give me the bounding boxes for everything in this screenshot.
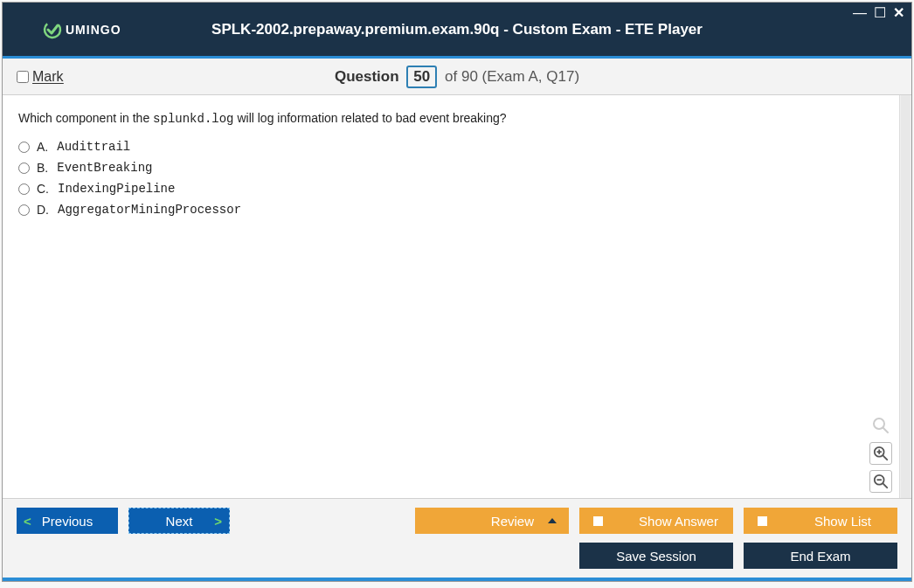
window-controls: — ☐ ✕ <box>853 6 904 20</box>
chevron-left-icon: < <box>24 514 31 529</box>
show-list-button[interactable]: Show List <box>744 508 897 534</box>
option-d-radio[interactable] <box>18 204 30 216</box>
show-list-label: Show List <box>788 514 897 529</box>
scrollbar-thumb[interactable] <box>901 95 911 498</box>
option-d-value: AggregatorMiningProcessor <box>58 203 241 217</box>
stop-icon <box>758 516 767 526</box>
next-button[interactable]: Next > <box>128 508 230 534</box>
of-word: of <box>445 68 457 85</box>
review-label: Review <box>491 514 534 529</box>
option-b-value: EventBreaking <box>57 161 152 175</box>
save-session-button[interactable]: Save Session <box>579 543 733 569</box>
bottom-accent <box>3 578 911 581</box>
triangle-up-icon <box>548 518 557 523</box>
zoom-tools <box>869 414 892 493</box>
mark-label: Mark <box>32 69 64 85</box>
option-c-letter: C. <box>37 182 49 196</box>
option-b[interactable]: B. EventBreaking <box>18 161 883 175</box>
end-exam-label: End Exam <box>790 549 850 564</box>
previous-button[interactable]: < Previous <box>17 508 118 534</box>
logo-text: UMINGO <box>66 23 121 37</box>
exam-ref: (Exam A, Q17) <box>482 68 579 85</box>
svg-line-8 <box>883 484 888 488</box>
app-logo: UMINGO <box>43 20 121 39</box>
option-a-radio[interactable] <box>18 142 30 153</box>
vertical-scrollbar[interactable] <box>899 95 911 498</box>
zoom-out-icon[interactable] <box>869 470 892 493</box>
minimize-icon[interactable]: — <box>853 6 867 20</box>
mark-checkbox-wrap[interactable]: Mark <box>17 69 64 85</box>
stop-icon <box>593 516 603 526</box>
content-area: Which component in the splunkd.log will … <box>3 95 911 498</box>
option-a-value: Audittrail <box>57 140 130 154</box>
svg-line-4 <box>883 456 888 460</box>
option-d[interactable]: D. AggregatorMiningProcessor <box>18 203 883 217</box>
question-text-code: splunkd.log <box>153 112 233 126</box>
zoom-in-icon[interactable] <box>869 442 892 465</box>
mark-checkbox[interactable] <box>17 71 29 83</box>
question-word: Question <box>335 68 399 85</box>
option-a[interactable]: A. Audittrail <box>18 140 883 154</box>
checkmark-circle-icon <box>43 20 62 39</box>
review-button[interactable]: Review <box>415 508 569 534</box>
options-list: A. Audittrail B. EventBreaking C. Indexi… <box>18 140 883 217</box>
chevron-right-icon: > <box>214 514 222 529</box>
question-position: Question 50 of 90 (Exam A, Q17) <box>3 66 911 88</box>
show-answer-label: Show Answer <box>624 514 733 529</box>
app-window: UMINGO SPLK-2002.prepaway.premium.exam.9… <box>2 2 912 582</box>
question-number-current: 50 <box>406 66 437 88</box>
question-header: Mark Question 50 of 90 (Exam A, Q17) <box>3 59 911 95</box>
option-c-value: IndexingPipeline <box>58 182 175 196</box>
option-c[interactable]: C. IndexingPipeline <box>18 182 883 196</box>
option-b-radio[interactable] <box>18 163 30 174</box>
save-session-label: Save Session <box>616 549 696 564</box>
previous-label: Previous <box>42 514 93 529</box>
question-total: 90 <box>461 68 478 85</box>
maximize-icon[interactable]: ☐ <box>874 6 886 20</box>
option-a-letter: A. <box>37 140 48 154</box>
svg-point-0 <box>43 20 62 39</box>
next-label: Next <box>166 514 193 529</box>
footer: < Previous Next > Review Show Answer Sho… <box>3 498 911 578</box>
show-answer-button[interactable]: Show Answer <box>579 508 733 534</box>
question-text-pre: Which component in the <box>18 111 153 125</box>
svg-point-1 <box>874 419 884 429</box>
footer-row-1: < Previous Next > Review Show Answer Sho… <box>17 508 897 534</box>
end-exam-button[interactable]: End Exam <box>744 543 897 569</box>
question-text-post: will log information related to bad even… <box>234 111 507 125</box>
svg-line-2 <box>883 428 888 432</box>
window-title: SPLK-2002.prepaway.premium.exam.90q - Cu… <box>3 21 911 38</box>
question-text: Which component in the splunkd.log will … <box>18 111 883 126</box>
option-b-letter: B. <box>37 161 48 175</box>
option-c-radio[interactable] <box>18 183 30 195</box>
titlebar: UMINGO SPLK-2002.prepaway.premium.exam.9… <box>3 3 911 59</box>
question-content: Which component in the splunkd.log will … <box>3 95 899 498</box>
footer-row-2: Save Session End Exam <box>17 543 897 569</box>
option-d-letter: D. <box>37 203 49 217</box>
search-icon[interactable] <box>869 414 892 437</box>
close-icon[interactable]: ✕ <box>893 6 904 20</box>
